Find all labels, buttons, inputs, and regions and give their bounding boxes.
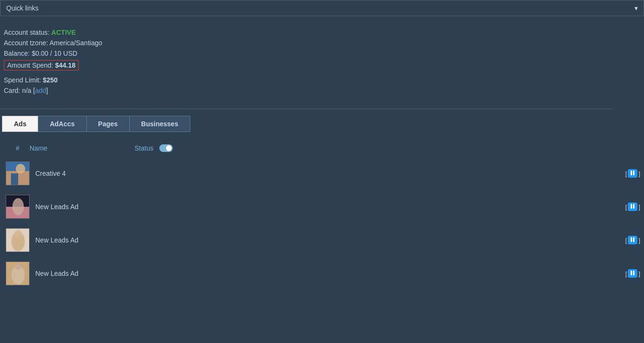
section-divider — [0, 109, 612, 109]
table-row: New Leads Ad [ ] — [2, 259, 644, 288]
account-status-value: ACTIVE — [52, 29, 76, 36]
tab-adaccs[interactable]: AdAccs — [38, 116, 86, 132]
svg-point-6 — [12, 198, 24, 215]
account-status-label: Account status: — [4, 29, 50, 36]
ad-status-badge: [ ] — [625, 169, 640, 178]
pause-icon — [631, 204, 634, 209]
table-header: # Name Status — [2, 141, 644, 155]
balance-value: $0.00 / 10 USD — [31, 50, 77, 57]
pause-icon — [631, 237, 634, 242]
account-info-section: Account status: ACTIVE Account tzone: Am… — [0, 24, 644, 102]
quick-links-bar[interactable]: Quick links ▾ — [0, 0, 644, 16]
account-timezone-row: Account tzone: America/Santiago — [4, 39, 640, 47]
col-header-hash: # — [6, 144, 30, 152]
amount-spend-row: Amount Spend: $44.18 — [4, 60, 640, 73]
card-label: Card: — [4, 87, 20, 94]
ad-name: New Leads Ad — [30, 203, 625, 211]
tab-businesses[interactable]: Businesses — [130, 116, 190, 132]
account-status-row: Account status: ACTIVE — [4, 29, 640, 36]
ad-name: New Leads Ad — [30, 270, 625, 277]
svg-point-12 — [15, 263, 21, 270]
spend-limit-label: Spend Limit: — [4, 76, 41, 84]
chevron-down-icon: ▾ — [634, 4, 638, 12]
tab-ads[interactable]: Ads — [2, 116, 38, 132]
status-toggle-icon[interactable] — [159, 144, 173, 152]
account-timezone-value: America/Santiago — [50, 39, 103, 47]
svg-point-9 — [14, 230, 22, 238]
svg-point-2 — [16, 164, 25, 173]
amount-spend-value: $44.18 — [55, 61, 75, 69]
spend-limit-value: $250 — [43, 76, 58, 84]
pause-icon — [631, 171, 634, 175]
ad-name: New Leads Ad — [30, 236, 625, 244]
quick-links-label: Quick links — [6, 4, 39, 12]
pause-button[interactable] — [628, 169, 637, 178]
ad-thumbnail — [6, 195, 30, 219]
spend-limit-row: Spend Limit: $250 — [4, 76, 640, 84]
account-timezone-label: Account tzone: — [4, 39, 48, 47]
ad-name: Creative 4 — [30, 170, 625, 177]
col-header-status: Status — [135, 144, 211, 152]
ad-status-badge: [ ] — [625, 269, 640, 278]
balance-label: Balance: — [4, 50, 30, 57]
ads-table: # Name Status Creative 4 [ ] — [0, 141, 644, 288]
ad-thumbnail — [6, 262, 30, 285]
tab-pages[interactable]: Pages — [87, 116, 130, 132]
table-row: Creative 4 [ ] — [2, 159, 644, 188]
svg-rect-3 — [11, 173, 18, 185]
amount-spend-label: Amount Spend: — [7, 61, 53, 69]
main-tabs: Ads AdAccs Pages Businesses — [0, 116, 644, 132]
balance-row: Balance: $0.00 / 10 USD — [4, 50, 640, 57]
ad-status-badge: [ ] — [625, 236, 640, 244]
table-row: New Leads Ad [ ] — [2, 225, 644, 255]
ad-status-badge: [ ] — [625, 202, 640, 211]
card-add-link[interactable]: add — [35, 87, 46, 94]
ad-thumbnail — [6, 228, 30, 252]
card-row: Card: n/a [add] — [4, 87, 640, 94]
pause-button[interactable] — [628, 236, 637, 244]
col-header-name: Name — [30, 144, 135, 152]
pause-button[interactable] — [628, 202, 637, 211]
pause-button[interactable] — [628, 269, 637, 278]
card-value: n/a — [22, 87, 31, 94]
table-row: New Leads Ad [ ] — [2, 192, 644, 222]
pause-icon — [631, 271, 634, 275]
ad-thumbnail — [6, 161, 30, 185]
